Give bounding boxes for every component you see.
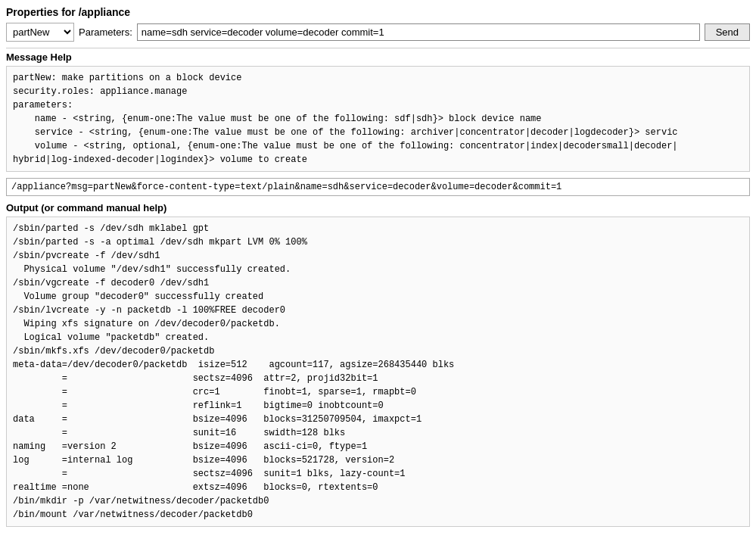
divider-1 bbox=[6, 48, 750, 48]
params-label: Parameters: bbox=[79, 26, 132, 38]
output-box: /sbin/parted -s /dev/sdh mklabel gpt /sb… bbox=[6, 217, 750, 527]
command-dropdown[interactable]: partNew partDelete partList bbox=[6, 23, 74, 42]
message-help-title: Message Help bbox=[6, 51, 750, 63]
output-title: Output (or command manual help) bbox=[6, 202, 750, 213]
send-button[interactable]: Send bbox=[705, 23, 750, 41]
page-title: Properties for /appliance bbox=[6, 6, 750, 18]
params-input[interactable] bbox=[137, 23, 700, 41]
top-controls: partNew partDelete partList Parameters: … bbox=[6, 23, 750, 42]
message-help-box: partNew: make partitions on a block devi… bbox=[6, 66, 750, 172]
url-box: /appliance?msg=partNew&force-content-typ… bbox=[6, 178, 750, 196]
main-container: Properties for /appliance partNew partDe… bbox=[0, 0, 756, 539]
